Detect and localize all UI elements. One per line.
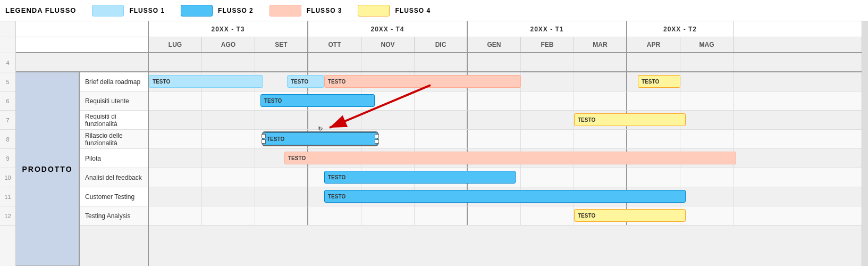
bar-11-1[interactable]: TESTO — [324, 190, 686, 203]
grid-row-8: ↻ TESTO — [149, 130, 862, 149]
bar-6-1[interactable]: TESTO — [260, 94, 375, 107]
month-dic: DIC — [415, 37, 468, 52]
flusso2-swatch — [181, 5, 213, 16]
flusso4-label: FLUSSO 4 — [395, 7, 431, 14]
cell-11-mag — [680, 187, 734, 206]
quarter-t4: 20XX - T4 — [308, 21, 468, 37]
cell-6-feb — [521, 92, 574, 110]
grid-row-11: TESTO — [149, 187, 862, 206]
bar-7-1[interactable]: TESTO — [574, 113, 686, 126]
cell-4-dic — [415, 53, 468, 71]
bar-9-1[interactable]: TESTO — [284, 152, 736, 164]
legend-title: LEGENDA FLUSSO — [5, 6, 76, 14]
cell-9-lug — [149, 149, 202, 168]
cell-4-apr — [627, 53, 680, 71]
bar-5-3[interactable]: TESTO — [324, 75, 521, 88]
legend-item-flusso3: FLUSSO 3 — [269, 5, 342, 16]
cell-11-lug — [149, 187, 202, 206]
row-num-10: 10 — [0, 168, 15, 187]
cell-7-ott — [308, 111, 361, 129]
handle-tl[interactable] — [262, 134, 266, 138]
cell-7-feb — [521, 111, 574, 129]
legend-item-flusso4: FLUSSO 4 — [358, 5, 431, 16]
right-panel: 20XX - T3 20XX - T4 20XX - T1 20XX - T2 … — [149, 21, 862, 266]
row-num-header-quarter — [0, 21, 15, 37]
month-set: SET — [255, 37, 308, 52]
task-label-row-11: Customer Testing — [80, 187, 148, 206]
legend-item-flusso1: FLUSSO 1 — [92, 5, 165, 16]
bar-12-1[interactable]: TESTO — [574, 209, 686, 222]
gantt-container: 4 5 6 7 8 9 10 11 12 PRODOTTO — [0, 21, 868, 266]
cell-12-feb — [521, 206, 574, 225]
cell-10-mag — [680, 168, 734, 187]
cell-8-feb — [521, 130, 574, 148]
cell-8-mag — [680, 130, 734, 148]
cell-12-set — [255, 206, 308, 225]
cell-5-feb — [521, 72, 574, 91]
task-label-list: Brief della roadmap Requisiti utente Req… — [80, 72, 148, 266]
cell-4-mag — [680, 53, 734, 71]
month-ago: AGO — [202, 37, 255, 52]
month-lug: LUG — [149, 37, 202, 52]
cell-7-dic — [415, 111, 468, 129]
cell-8-ago — [202, 130, 255, 148]
cell-10-mar — [574, 168, 627, 187]
month-mag: MAG — [680, 37, 734, 52]
grid-row-4 — [149, 53, 862, 72]
scrollbar-vertical[interactable] — [862, 21, 868, 266]
handle-tr[interactable] — [375, 134, 379, 138]
cell-8-lug — [149, 130, 202, 148]
flusso3-swatch — [269, 5, 301, 16]
task-label-row-7: Requisiti di funzionalità — [80, 111, 148, 130]
task-label-row-8: Rilascio delle funzionalità — [80, 130, 148, 149]
cell-8-dic — [415, 130, 468, 148]
cell-4-mar — [574, 53, 627, 71]
cell-6-ago — [202, 92, 255, 110]
handle-bl[interactable] — [262, 139, 266, 144]
cell-12-lug — [149, 206, 202, 225]
bar-5-4[interactable]: TESTO — [638, 75, 680, 88]
app-wrapper: LEGENDA FLUSSO FLUSSO 1 FLUSSO 2 FLUSSO … — [0, 0, 868, 266]
cell-12-dic — [415, 206, 468, 225]
column-header-tasks — [16, 53, 148, 72]
handle-br[interactable] — [375, 139, 379, 144]
cell-8-mar — [574, 130, 627, 148]
row-num-header-month — [0, 37, 15, 53]
row-num-5: 5 — [0, 72, 15, 92]
task-label-row-10: Analisi del feedback — [80, 168, 148, 187]
left-body: PRODOTTO Brief della roadmap Requisiti u… — [16, 72, 148, 266]
flusso2-label: FLUSSO 2 — [218, 7, 254, 14]
cell-8-apr — [627, 130, 680, 148]
row-number-panel: 4 5 6 7 8 9 10 11 12 — [0, 21, 16, 266]
quarter-t3: 20XX - T3 — [149, 21, 308, 37]
cell-7-ago — [202, 111, 255, 129]
task-label-row-12: Testing Analysis — [80, 206, 148, 226]
cell-7-mag — [680, 111, 734, 129]
quarter-header: 20XX - T3 20XX - T4 20XX - T1 20XX - T2 — [149, 21, 862, 37]
cell-6-mar — [574, 92, 627, 110]
cell-6-lug — [149, 92, 202, 110]
cell-4-nov — [361, 53, 415, 71]
task-label-row-6: Requisiti utente — [80, 92, 148, 111]
bar-5-1[interactable]: TESTO — [149, 75, 263, 88]
cell-8-gen — [468, 130, 521, 148]
cell-6-gen — [468, 92, 521, 110]
bar-10-1[interactable]: TESTO — [324, 171, 516, 184]
grid-row-10: TESTO — [149, 168, 862, 187]
legend-row: LEGENDA FLUSSO FLUSSO 1 FLUSSO 2 FLUSSO … — [0, 0, 868, 21]
row-num-11: 11 — [0, 187, 15, 206]
cell-4-set — [255, 53, 308, 71]
month-mar: MAR — [574, 37, 627, 52]
cell-6-dic — [415, 92, 468, 110]
bar-5-2[interactable]: TESTO — [287, 75, 324, 88]
cell-9-ago — [202, 149, 255, 168]
month-gen: GEN — [468, 37, 521, 52]
cell-7-gen — [468, 111, 521, 129]
task-label-row-5: Brief della roadmap — [80, 72, 148, 92]
bar-8-selected[interactable]: ↻ TESTO — [263, 132, 377, 145]
grid-row-7: TESTO — [149, 111, 862, 130]
cell-10-ago — [202, 168, 255, 187]
cell-4-ott — [308, 53, 361, 71]
left-header-month — [16, 37, 148, 53]
month-ott: OTT — [308, 37, 361, 52]
